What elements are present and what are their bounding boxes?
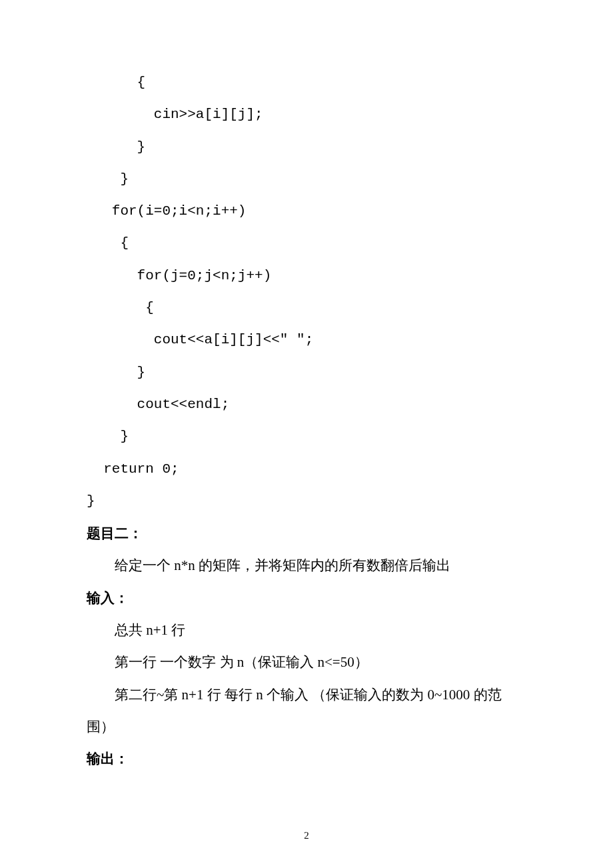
document-page: { cin>>a[i][j]; } } for(i=0;i<n;i++) { f… [0,0,613,868]
code-line: { [87,227,526,259]
input-line: 第二行~第 n+1 行 每行 n 个输入 （保证输入的数为 0~1000 的范 [87,679,526,711]
heading-problem-2: 题目二： [87,517,526,549]
code-line: } [87,421,526,453]
code-line: for(i=0;i<n;i++) [87,195,526,227]
code-line: cout<<a[i][j]<<" "; [87,324,526,356]
input-line: 总共 n+1 行 [87,614,526,646]
code-line: return 0; [87,453,526,485]
code-line: } [87,163,526,195]
code-line: } [87,357,526,389]
code-line: { [87,67,526,99]
code-line: for(j=0;j<n;j++) [87,260,526,292]
code-line: } [87,485,526,517]
code-line: } [87,131,526,163]
code-line: cin>>a[i][j]; [87,99,526,131]
heading-input: 输入： [87,582,526,614]
heading-output: 输出： [87,743,526,775]
code-line: cout<<endl; [87,389,526,421]
page-number: 2 [0,830,613,841]
problem-description: 给定一个 n*n 的矩阵，并将矩阵内的所有数翻倍后输出 [87,549,526,581]
input-line: 第一行 一个数字 为 n（保证输入 n<=50） [87,646,526,678]
code-line: { [87,292,526,324]
input-line-continuation: 围） [87,711,526,743]
